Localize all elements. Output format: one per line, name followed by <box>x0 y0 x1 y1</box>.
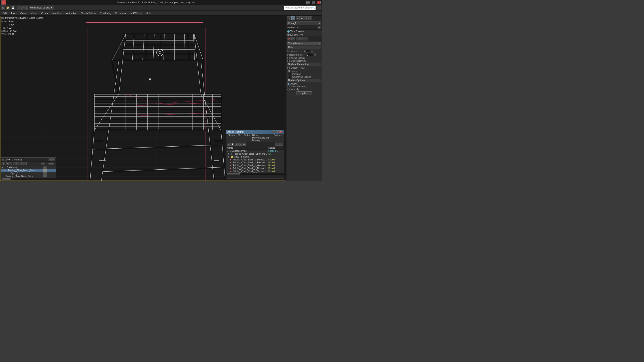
modifier-editable-poly[interactable]: Editable Poly <box>286 33 322 36</box>
materials-checkbox[interactable] <box>289 73 291 75</box>
workspace-dropdown[interactable]: Workspace: Default ▼ <box>28 5 54 10</box>
open-file-button[interactable]: 📂 <box>6 5 10 10</box>
asset-tb-info[interactable]: ℹ <box>279 143 283 146</box>
layers-scrollbar[interactable] <box>1 178 56 180</box>
menu-edit[interactable]: Edit <box>1 11 9 15</box>
asset-row-vault[interactable]: ▶ 🏛 Autodesk Vault Logged O <box>226 149 284 152</box>
layer-vis-default[interactable] <box>43 166 47 169</box>
maximize-button[interactable]: □ <box>312 1 315 4</box>
render-iters-spinner[interactable]: ▲ ▼ <box>314 53 316 56</box>
asset-row-normal[interactable]: ■ Folding_Chair_Black_1_Normal.png Found <box>226 167 284 170</box>
panel-tool-pin[interactable]: 📌 <box>287 37 291 40</box>
asset-tb-btn4[interactable]: ≡ <box>238 143 242 146</box>
layers-tool-2[interactable]: ✕ <box>6 162 9 165</box>
menu-views[interactable]: Views <box>29 11 39 15</box>
asset-menu-file[interactable]: File <box>236 134 242 142</box>
asset-scrollbar-thumb[interactable] <box>227 173 240 175</box>
layer-row-open1[interactable]: Open_1 <box>1 172 56 175</box>
always-radio[interactable] <box>287 83 290 85</box>
hierarchy-panel-btn[interactable]: ⊞ <box>296 16 300 20</box>
layers-tool-7[interactable]: ↓ <box>24 162 26 165</box>
create-panel-btn[interactable]: ✦ <box>287 16 291 20</box>
modifier-turbosmooth[interactable]: TurboSmooth <box>286 30 322 33</box>
menu-modifiers[interactable]: Modifiers <box>50 11 64 15</box>
asset-tb-help[interactable]: ? <box>275 143 279 146</box>
utilities-panel-btn[interactable]: ⚙ <box>308 16 312 20</box>
asset-menu-bitmap[interactable]: Bitmap Performance and Memory <box>251 134 272 142</box>
smoothing-groups-checkbox[interactable] <box>289 76 291 78</box>
asset-menu-paths[interactable]: Paths <box>242 134 251 142</box>
asset-row-fresnel[interactable]: ■ Folding_Chair_Black_1_Fresnel.png Foun… <box>226 161 284 164</box>
search-icon[interactable]: 🔍 <box>312 6 314 9</box>
iterations-spinner[interactable]: ▲ ▼ <box>311 50 313 53</box>
redo-button[interactable]: ↪ <box>22 5 26 10</box>
asset-menu-server[interactable]: Server <box>227 134 236 142</box>
layer-row-folding2[interactable]: Folding_Chair_Black_Open <box>1 175 56 178</box>
panel-tool-rotate[interactable]: ↺ <box>296 37 300 40</box>
menu-create[interactable]: Create <box>39 11 50 15</box>
asset-row-specular[interactable]: ■ Folding_Chair_Black_1_Specular.png Fou… <box>226 170 284 173</box>
asset-row-maxfile[interactable]: ▶ ■ Folding_Chair_Black_Open_max_vray.ma… <box>226 152 284 155</box>
menu-graph-editors[interactable]: Graph Editors <box>79 11 98 15</box>
maps-expand[interactable]: ▶ <box>228 156 230 158</box>
vault-expand[interactable]: ▶ <box>227 150 229 152</box>
menu-help[interactable]: Help <box>144 11 153 15</box>
asset-tb-btn1[interactable]: ↺ <box>227 143 230 146</box>
layers-tool-4[interactable]: → <box>13 162 16 165</box>
layer-vis-open1[interactable] <box>43 172 47 175</box>
iterations-up[interactable]: ▲ <box>311 50 313 51</box>
when-rendering-radio[interactable] <box>287 86 290 88</box>
menu-rendering[interactable]: Rendering <box>98 11 113 15</box>
layers-close-btn[interactable]: ✕ <box>52 158 55 161</box>
app-icon[interactable]: 3 <box>1 0 6 5</box>
modifier-name-dropdown[interactable]: ▼ <box>318 21 321 25</box>
asset-restore-btn[interactable]: □ <box>276 130 279 133</box>
asset-row-glossiness[interactable]: ■ Folding_Chair_Black_1_Glossiness.png F… <box>226 164 284 167</box>
menu-maxscript[interactable]: MAXScript <box>129 11 144 15</box>
asset-tb-btn3[interactable]: ⊞ <box>234 143 238 146</box>
layers-tool-5[interactable]: ← <box>16 162 20 165</box>
minimize-button[interactable]: − <box>306 1 310 4</box>
update-button[interactable]: Update <box>296 91 312 95</box>
smooth-result-checkbox[interactable]: ✓ <box>287 67 290 69</box>
manually-radio[interactable] <box>287 88 290 90</box>
asset-close-btn[interactable]: ✕ <box>279 130 282 133</box>
maxfile-expand[interactable]: ▶ <box>228 153 230 155</box>
menu-tools[interactable]: Tools <box>9 11 18 15</box>
asset-menu-options[interactable]: Options <box>272 134 283 142</box>
layers-tool-1[interactable]: ⊞ <box>2 162 5 165</box>
layers-tool-3[interactable]: + <box>9 162 12 165</box>
turbosmooth-collapse-icon[interactable]: ▼ <box>318 42 320 44</box>
asset-tb-btn5[interactable]: ▦ <box>242 143 246 146</box>
modify-panel-btn[interactable]: 🔧 <box>291 16 296 20</box>
help-button[interactable]: ? <box>317 5 321 10</box>
menu-customize[interactable]: Customize <box>113 11 128 15</box>
layers-scrollbar-thumb[interactable] <box>2 178 10 180</box>
layers-question-btn[interactable]: ? <box>48 158 52 161</box>
panel-tool-extra[interactable]: ⋯ <box>304 37 308 40</box>
render-iters-checkbox[interactable]: ✓ <box>287 54 290 56</box>
search-box[interactable]: 🔍 <box>284 5 316 10</box>
panel-tool-scale[interactable]: ⇲ <box>300 37 304 40</box>
render-iters-up[interactable]: ▲ <box>314 53 316 55</box>
layers-tool-6[interactable]: ↑ <box>20 162 23 165</box>
layer-row-folding[interactable]: ▶ Folding_Chair_Black_Open <box>1 169 56 172</box>
menu-animation[interactable]: Animation <box>64 11 79 15</box>
new-file-button[interactable]: 🗋 <box>1 5 5 10</box>
layer-vis-folding2[interactable] <box>43 175 47 177</box>
isoline-checkbox[interactable] <box>287 57 290 59</box>
asset-scrollbar[interactable] <box>226 173 284 175</box>
panel-tool-move[interactable]: ↕ <box>291 37 296 40</box>
asset-row-maps[interactable]: ▶ 📁 Maps / Shaders <box>226 155 284 158</box>
render-iters-down[interactable]: ▼ <box>314 55 316 56</box>
motion-panel-btn[interactable]: ▶ <box>300 16 304 20</box>
iterations-down[interactable]: ▼ <box>311 51 313 53</box>
search-input[interactable] <box>285 6 312 9</box>
display-panel-btn[interactable]: 👁 <box>304 16 308 20</box>
asset-tb-btn2[interactable]: 📋 <box>231 143 234 146</box>
explicit-checkbox[interactable] <box>287 60 290 62</box>
save-file-button[interactable]: 💾 <box>11 5 15 10</box>
modifier-list-dropdown[interactable]: ▼ <box>318 26 321 29</box>
layer-vis-folding[interactable] <box>43 169 47 172</box>
asset-row-diffuse[interactable]: ■ Folding_Chair_Black_1_Diffuse.png Foun… <box>226 158 284 161</box>
